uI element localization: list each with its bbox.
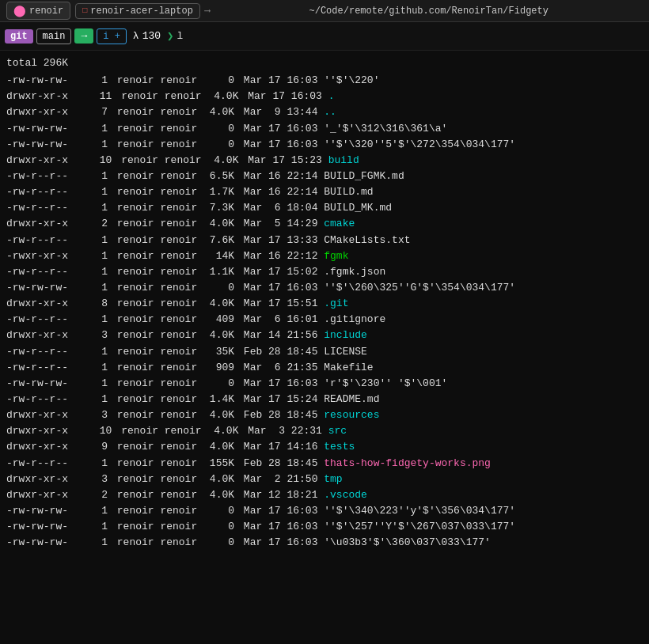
table-row: drwxr-xr-x 10 renoir renoir 4.0K Mar 17 … bbox=[6, 153, 643, 169]
file-links: 1 bbox=[93, 184, 111, 200]
file-date: Mar 17 15:23 bbox=[241, 153, 328, 169]
table-row: drwxr-xr-x 9 renoir renoir 4.0K Mar 17 1… bbox=[6, 439, 643, 455]
file-links: 10 bbox=[93, 423, 115, 439]
file-perm: drwxr-xr-x bbox=[6, 104, 93, 120]
file-owner: renoir bbox=[115, 153, 158, 169]
file-group: renoir bbox=[154, 200, 203, 216]
file-name: ''$'\220' bbox=[324, 73, 379, 89]
file-links: 3 bbox=[93, 472, 111, 487]
file-perm: -rw-r--r-- bbox=[6, 344, 93, 360]
file-owner: renoir bbox=[111, 344, 154, 360]
file-date: Mar 17 15:24 bbox=[237, 392, 324, 407]
file-name: tmp bbox=[324, 472, 342, 487]
file-size: 0 bbox=[203, 280, 237, 296]
file-perm: drwxr-xr-x bbox=[6, 439, 93, 455]
table-row: -rw-rw-rw- 1 renoir renoir 0 Mar 17 16:0… bbox=[6, 121, 643, 137]
file-links: 1 bbox=[93, 392, 111, 407]
file-size: 1.7K bbox=[203, 184, 237, 200]
file-date: Mar 17 16:03 bbox=[237, 503, 324, 519]
file-size: 4.0K bbox=[203, 472, 237, 487]
total-line: total 296K bbox=[6, 54, 643, 73]
file-name: '\u03b3'$'\360\037\033\177' bbox=[324, 535, 491, 551]
file-size: 4.0K bbox=[203, 296, 237, 312]
file-links: 2 bbox=[93, 487, 111, 503]
table-row: -rw-rw-rw- 1 renoir renoir 0 Mar 17 16:0… bbox=[6, 535, 643, 551]
file-owner: renoir bbox=[111, 535, 154, 551]
prompt-symbol: ❯ bbox=[164, 29, 173, 43]
file-size: 4.0K bbox=[203, 487, 237, 503]
file-perm: -rw-r--r-- bbox=[6, 360, 93, 376]
file-date: Mar 17 15:02 bbox=[237, 264, 324, 280]
file-owner: renoir bbox=[111, 360, 154, 376]
file-owner: renoir bbox=[111, 519, 154, 535]
file-date: Mar 16 22:14 bbox=[237, 169, 324, 184]
file-size: 4.0K bbox=[203, 328, 237, 343]
file-date: Mar 5 14:29 bbox=[237, 216, 324, 232]
file-links: 3 bbox=[93, 407, 111, 423]
file-links: 1 bbox=[93, 519, 111, 535]
table-row: -rw-r--r-- 1 renoir renoir 6.5K Mar 16 2… bbox=[6, 169, 643, 184]
file-links: 7 bbox=[93, 104, 111, 120]
file-group: renoir bbox=[154, 535, 203, 551]
tab-laptop[interactable]: □ renoir-acer-laptop bbox=[75, 3, 200, 19]
file-links: 1 bbox=[93, 121, 111, 137]
file-owner: renoir bbox=[111, 121, 154, 137]
file-owner: renoir bbox=[111, 328, 154, 343]
file-date: Mar 3 22:31 bbox=[241, 423, 328, 439]
file-name: cmake bbox=[324, 216, 355, 232]
file-date: Mar 9 13:44 bbox=[237, 104, 324, 120]
file-name: .fgmk.json bbox=[324, 264, 385, 280]
renoir-tab-label: renoir bbox=[29, 6, 63, 17]
file-group: renoir bbox=[158, 423, 207, 439]
file-group: renoir bbox=[154, 264, 203, 280]
file-size: 909 bbox=[203, 360, 237, 376]
file-links: 1 bbox=[93, 360, 111, 376]
prompt-bar: git main → i + λ 130 ❯ l bbox=[0, 22, 649, 51]
file-perm: drwxr-xr-x bbox=[6, 153, 93, 169]
file-links: 1 bbox=[93, 233, 111, 248]
file-date: Mar 14 21:56 bbox=[237, 328, 324, 343]
file-size: 7.6K bbox=[203, 233, 237, 248]
file-owner: renoir bbox=[111, 439, 154, 455]
file-date: Mar 17 13:33 bbox=[237, 233, 324, 248]
file-links: 3 bbox=[93, 328, 111, 343]
file-size: 1.4K bbox=[203, 392, 237, 407]
file-owner: renoir bbox=[111, 200, 154, 216]
file-name: resources bbox=[324, 407, 379, 423]
file-list: -rw-rw-rw- 1 renoir renoir 0 Mar 17 16:0… bbox=[6, 73, 643, 551]
command-text: l bbox=[177, 30, 184, 42]
file-group: renoir bbox=[154, 392, 203, 407]
file-date: Mar 17 16:03 bbox=[237, 280, 324, 296]
arrow-badge: → bbox=[74, 28, 93, 44]
table-row: -rw-r--r-- 1 renoir renoir 1.1K Mar 17 1… bbox=[6, 264, 643, 280]
file-size: 4.0K bbox=[207, 89, 241, 104]
file-group: renoir bbox=[154, 296, 203, 312]
file-size: 14K bbox=[203, 248, 237, 264]
file-date: Mar 17 16:03 bbox=[237, 121, 324, 137]
file-date: Mar 17 16:03 bbox=[237, 535, 324, 551]
file-date: Mar 17 16:03 bbox=[237, 519, 324, 535]
file-perm: -rw-r--r-- bbox=[6, 169, 93, 184]
file-owner: renoir bbox=[111, 487, 154, 503]
count-label: 130 bbox=[142, 30, 161, 42]
file-name: . bbox=[328, 89, 335, 104]
file-name: tests bbox=[324, 439, 355, 455]
file-size: 0 bbox=[203, 503, 237, 519]
file-name: Makefile bbox=[324, 360, 373, 376]
file-name: src bbox=[328, 423, 347, 439]
file-date: Mar 12 18:21 bbox=[237, 487, 324, 503]
file-perm: -rw-r--r-- bbox=[6, 184, 93, 200]
file-size: 155K bbox=[203, 456, 237, 472]
file-owner: renoir bbox=[111, 248, 154, 264]
file-group: renoir bbox=[154, 184, 203, 200]
table-row: -rw-r--r-- 1 renoir renoir 155K Feb 28 1… bbox=[6, 456, 643, 472]
table-row: -rwxr-xr-x 1 renoir renoir 14K Mar 16 22… bbox=[6, 248, 643, 264]
file-name: BUILD_MK.md bbox=[324, 200, 392, 216]
file-date: Feb 28 18:45 bbox=[237, 344, 324, 360]
file-owner: renoir bbox=[111, 169, 154, 184]
tab-renoir[interactable]: ⬤ renoir bbox=[6, 2, 70, 20]
table-row: -rw-rw-rw- 1 renoir renoir 0 Mar 17 16:0… bbox=[6, 280, 643, 296]
laptop-tab-label: renoir-acer-laptop bbox=[90, 6, 193, 17]
file-size: 4.0K bbox=[207, 153, 241, 169]
file-name: README.md bbox=[324, 392, 379, 407]
